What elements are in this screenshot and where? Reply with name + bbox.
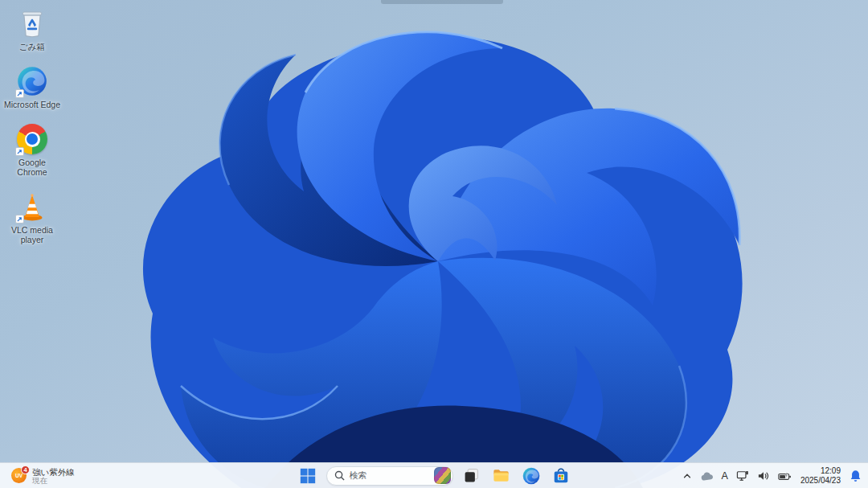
bloom-flower-illustration bbox=[0, 0, 868, 488]
top-edge-shadow bbox=[381, 0, 503, 4]
desktop-icon-label: VLC media player bbox=[2, 225, 62, 244]
folder-icon bbox=[492, 466, 510, 485]
start-button[interactable] bbox=[297, 465, 319, 487]
ime-mode-button[interactable]: A bbox=[719, 465, 731, 486]
desktop-icon-list: ごみ箱 Microsoft Edge Google Chrome bbox=[2, 5, 63, 247]
recycle-bin-icon bbox=[16, 7, 48, 39]
tray-date: 2025/04/23 bbox=[800, 476, 841, 486]
cloud-icon bbox=[700, 471, 714, 482]
microsoft-store-button[interactable] bbox=[550, 465, 572, 487]
hidden-icons-button[interactable] bbox=[679, 465, 695, 486]
tray-time: 12:09 bbox=[821, 466, 841, 477]
uv-badge: 4 bbox=[21, 465, 30, 474]
search-box[interactable]: 検索 bbox=[326, 466, 453, 486]
network-tray-button[interactable] bbox=[733, 465, 752, 486]
shortcut-arrow-icon bbox=[15, 89, 24, 98]
search-placeholder: 検索 bbox=[350, 470, 429, 482]
ime-mode-indicator: A bbox=[722, 470, 728, 482]
vlc-cone-icon bbox=[16, 191, 48, 223]
shortcut-arrow-icon bbox=[15, 215, 24, 223]
desktop-wallpaper bbox=[0, 0, 868, 488]
desktop-icon-label: Microsoft Edge bbox=[4, 100, 60, 109]
chevron-up-icon bbox=[682, 471, 692, 481]
battery-tray-button[interactable] bbox=[775, 465, 795, 486]
windows-logo-icon bbox=[299, 467, 317, 485]
system-tray: A 12:09 2025 bbox=[679, 463, 865, 488]
microsoft-edge-button[interactable] bbox=[520, 465, 542, 487]
notification-center-button[interactable] bbox=[846, 465, 865, 486]
volume-tray-button[interactable] bbox=[754, 465, 773, 486]
speaker-icon bbox=[757, 470, 770, 482]
widget-title: 強い紫外線 bbox=[32, 467, 75, 477]
file-explorer-button[interactable] bbox=[490, 465, 513, 487]
desktop-icon-vlc[interactable]: VLC media player bbox=[2, 188, 63, 247]
bell-icon bbox=[850, 470, 862, 482]
widgets-button[interactable]: UV 4 強い紫外線 現在 bbox=[5, 463, 81, 488]
search-daily-image-thumbnail[interactable] bbox=[434, 467, 451, 484]
onedrive-tray-button[interactable] bbox=[697, 465, 717, 486]
desktop-icon-recycle-bin[interactable]: ごみ箱 bbox=[2, 5, 63, 54]
search-icon bbox=[334, 470, 345, 481]
battery-icon bbox=[778, 471, 792, 482]
microsoft-edge-icon bbox=[522, 467, 540, 485]
desktop-icon-google-chrome[interactable]: Google Chrome bbox=[2, 121, 63, 179]
microsoft-store-icon bbox=[552, 467, 570, 485]
ethernet-icon bbox=[736, 470, 749, 482]
desktop-icon-label: ごみ箱 bbox=[19, 42, 45, 51]
task-view-button[interactable] bbox=[461, 465, 483, 487]
desktop-icon-label: Google Chrome bbox=[2, 158, 62, 177]
widget-subtitle: 現在 bbox=[32, 477, 75, 486]
clock[interactable]: 12:09 2025/04/23 bbox=[796, 465, 845, 486]
desktop-icon-microsoft-edge[interactable]: Microsoft Edge bbox=[2, 63, 63, 112]
task-view-icon bbox=[463, 467, 480, 484]
microsoft-edge-icon bbox=[16, 65, 48, 97]
google-chrome-icon bbox=[16, 123, 48, 155]
uv-index-icon: UV 4 bbox=[11, 468, 27, 484]
taskbar-center-apps: 検索 bbox=[297, 463, 572, 488]
taskbar: UV 4 強い紫外線 現在 検索 bbox=[0, 462, 868, 488]
shortcut-arrow-icon bbox=[15, 147, 24, 156]
